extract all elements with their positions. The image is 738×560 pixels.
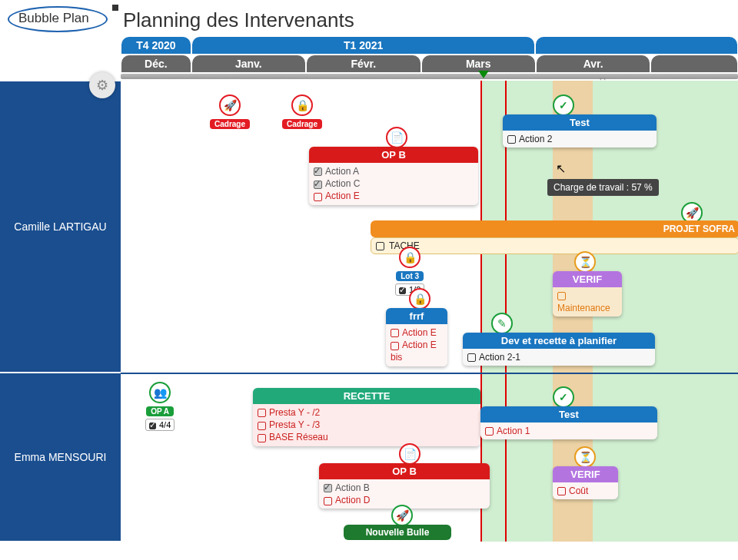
logo-text: Bubble Plan — [18, 11, 89, 26]
card-title: Dev et recette à planifier — [463, 333, 655, 349]
milestone-nouvelle[interactable]: 🚀 — [391, 505, 413, 526]
month[interactable]: Févr. — [307, 55, 420, 72]
month[interactable]: Déc. — [121, 55, 191, 72]
page-title: Planning des Intervenants — [123, 8, 354, 32]
milestone-cadrage[interactable]: 🔒 Cadrage — [282, 94, 322, 130]
hourglass-icon: ⏳ — [574, 251, 596, 273]
milestone-label: Cadrage — [282, 119, 322, 129]
card-verif[interactable]: VERIF Coût — [553, 466, 618, 499]
people-sidebar: Camille LARTIGAU Emma MENSOURI — [0, 81, 121, 542]
lock-icon: 🔒 — [409, 288, 430, 310]
task-item[interactable]: Maintenance — [557, 290, 617, 314]
rocket-icon: 🚀 — [391, 505, 413, 526]
card-recette[interactable]: RECETTE Presta Y - /2 Presta Y - /3 BASE… — [253, 388, 480, 446]
milestone-verif[interactable]: ⏳ — [574, 251, 596, 273]
logo: Bubble Plan — [8, 6, 115, 34]
card-body: Coût — [553, 482, 618, 499]
card-body: Action 1 — [480, 422, 657, 439]
card-test[interactable]: Test Action 1 — [480, 406, 657, 439]
task-item[interactable]: Action 1 — [485, 425, 653, 437]
milestone-label: Lot 3 — [396, 271, 424, 281]
month[interactable]: Janv. — [192, 55, 305, 72]
card-title: RECETTE — [253, 388, 480, 404]
row-separator — [121, 373, 738, 374]
card-title: OP B — [309, 147, 478, 163]
card-body: Presta Y - /2 Presta Y - /3 BASE Réseau — [253, 404, 480, 446]
milestone-frrf[interactable]: 🔒 — [409, 288, 430, 310]
card-opb[interactable]: OP B Action B Action D — [319, 463, 490, 509]
bar-nouvelle-bulle[interactable]: Nouvelle Bulle — [344, 525, 451, 540]
milestone-opa[interactable]: 👥 OP A 4/4 — [145, 382, 175, 431]
check-icon: ✓ — [553, 386, 574, 408]
check-icon: ✓ — [553, 94, 574, 116]
milestone-count: 4/4 — [145, 419, 175, 431]
quarter[interactable] — [536, 37, 737, 54]
milestone-test[interactable]: ✓ — [553, 386, 574, 408]
body-area: Camille LARTIGAU Emma MENSOURI 🚀 Cadrage… — [0, 81, 738, 542]
bar-tache[interactable]: TACHE — [371, 237, 738, 254]
card-body: Maintenance — [553, 287, 622, 316]
task-item[interactable]: Action 2-1 — [467, 351, 650, 363]
card-title: Test — [480, 406, 657, 422]
card-title: VERIF — [553, 271, 622, 287]
milestone-label: Cadrage — [210, 119, 250, 129]
milestone-opb[interactable]: 📄 — [386, 127, 407, 148]
gantt-canvas[interactable]: 🚀 Cadrage 🔒 Cadrage ✓ Test Action 2 📄 OP… — [121, 81, 738, 542]
marker-line — [505, 81, 507, 542]
app-header: Bubble Plan Planning des Intervenants — [0, 0, 738, 37]
task-item[interactable]: Presta Y - /3 — [258, 419, 476, 431]
month[interactable]: Avr. — [537, 55, 650, 72]
task-item[interactable]: Action E — [391, 326, 443, 339]
card-test[interactable]: Test Action 2 — [503, 114, 657, 147]
gear-icon: ⚙ — [96, 77, 108, 94]
task-item[interactable]: Action B — [324, 482, 485, 494]
task-item[interactable]: Coût — [557, 485, 613, 497]
rocket-icon: 🚀 — [219, 94, 241, 116]
person-row[interactable]: Emma MENSOURI — [0, 373, 121, 542]
milestone-label: OP A — [146, 406, 174, 416]
milestone-opb[interactable]: 📄 — [399, 443, 421, 465]
quarter[interactable]: T4 2020 — [121, 37, 191, 54]
lock-icon: 🔒 — [399, 247, 421, 268]
timeline: T4 2020 T1 2021 Déc. Janv. Févr. Mars Av… — [121, 37, 738, 79]
quarter-row: T4 2020 T1 2021 — [121, 37, 738, 54]
card-body: Action 2-1 — [463, 349, 655, 366]
card-body: Action E Action E bis — [386, 324, 447, 366]
card-frrf[interactable]: frrf Action E Action E bis — [386, 308, 447, 366]
card-dev-recette[interactable]: Dev et recette à planifier Action 2-1 — [463, 333, 655, 366]
task-item[interactable]: Action E bis — [391, 339, 443, 363]
milestone-cadrage[interactable]: 🚀 Cadrage — [210, 94, 250, 130]
task-item[interactable]: BASE Réseau — [258, 431, 476, 443]
quarter[interactable]: T1 2021 — [192, 37, 534, 54]
today-marker-icon[interactable] — [478, 71, 489, 78]
lock-icon: 🔒 — [291, 94, 313, 116]
document-icon: 📄 — [386, 127, 407, 148]
bar-projet-sofra[interactable]: PROJET SOFRA — [371, 220, 738, 237]
card-body: Action A Action C Action E — [309, 163, 478, 205]
document-icon: 📄 — [399, 443, 421, 465]
card-title: frrf — [386, 308, 447, 324]
hourglass-icon: ⏳ — [574, 446, 596, 468]
month[interactable] — [651, 55, 737, 72]
task-item[interactable]: Action E — [314, 190, 474, 202]
task-item[interactable]: Action 2 — [507, 133, 652, 145]
card-verif[interactable]: VERIF Maintenance — [553, 271, 622, 316]
task-item[interactable]: Action C — [314, 177, 474, 190]
milestone-test[interactable]: ✓ — [553, 94, 574, 116]
card-opb[interactable]: OP B Action A Action C Action E — [309, 147, 478, 205]
card-body: Action 2 — [503, 131, 657, 147]
milestone-dev[interactable]: ✎ — [491, 313, 513, 334]
task-item[interactable]: Presta Y - /2 — [258, 406, 476, 419]
time-ruler[interactable]: ↔ — [121, 74, 738, 79]
card-title: Test — [503, 114, 657, 131]
person-row[interactable]: Camille LARTIGAU — [0, 81, 121, 373]
settings-button[interactable]: ⚙ — [89, 72, 115, 98]
people-icon: 👥 — [149, 382, 171, 403]
card-title: OP B — [319, 463, 490, 479]
edit-icon: ✎ — [491, 313, 513, 334]
card-title: VERIF — [553, 466, 618, 482]
month[interactable]: Mars — [422, 55, 535, 72]
cursor-icon: ↖ — [556, 161, 566, 176]
milestone-verif[interactable]: ⏳ — [574, 446, 596, 468]
task-item[interactable]: Action A — [314, 165, 474, 177]
